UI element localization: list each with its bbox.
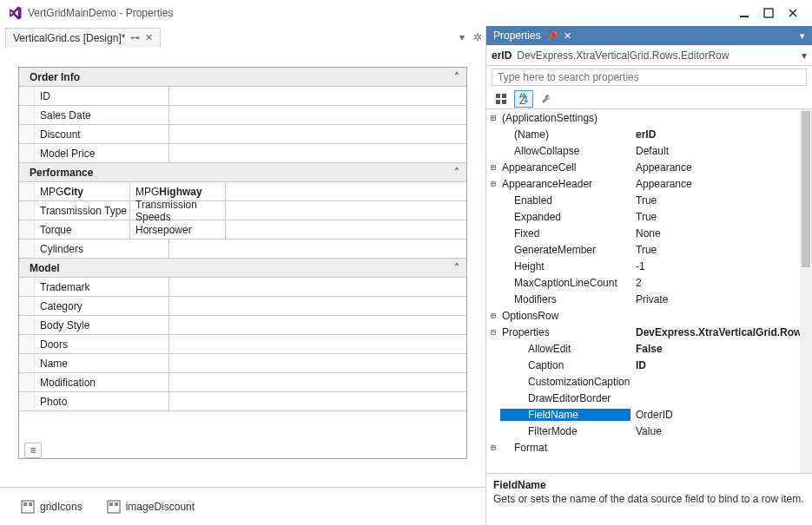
expand-icon[interactable]: ⊞ — [486, 162, 500, 172]
close-button[interactable] — [781, 4, 805, 22]
expand-icon[interactable]: ⊞ — [486, 179, 500, 188]
prop-row[interactable]: ModifiersPrivate — [486, 291, 800, 307]
prop-row[interactable]: (Name)erID — [486, 126, 800, 142]
prop-row[interactable]: ⊞AppearanceCellAppearance — [486, 159, 800, 175]
prop-row[interactable]: FilterModeValue — [486, 423, 800, 439]
image-list-icon — [107, 500, 121, 514]
row-photo[interactable]: Photo — [35, 392, 169, 410]
prop-row[interactable]: MaxCaptionLineCount2 — [486, 274, 800, 291]
svg-rect-1 — [764, 9, 773, 17]
row-trademark[interactable]: Trademark — [35, 278, 169, 296]
row-discount[interactable]: Discount — [35, 125, 169, 143]
row-sales-date[interactable]: Sales Date — [35, 106, 169, 124]
document-tab-strip: VerticalGrid.cs [Design]* ⊶ ✕ ▾ ✲ — [0, 26, 485, 49]
row-doors[interactable]: Doors — [35, 335, 169, 353]
row-name[interactable]: Name — [35, 354, 169, 372]
row-modification[interactable]: Modification — [35, 373, 169, 391]
pin-icon[interactable]: ⊶ — [130, 32, 140, 43]
category-performance[interactable]: Performance˄ — [19, 163, 466, 182]
search-input[interactable] — [492, 69, 807, 86]
properties-pane: Properties 📌 ✕ ▾ erID DevExpress.XtraVer… — [486, 26, 812, 525]
prop-row[interactable]: EnabledTrue — [486, 192, 800, 208]
prop-row[interactable]: DrawEditorBorder — [486, 390, 800, 406]
designer-pane: VerticalGrid.cs [Design]* ⊶ ✕ ▾ ✲ Order … — [0, 26, 486, 525]
database-icon[interactable]: ≡ — [24, 443, 42, 458]
tab-overflow-icon[interactable]: ▾ — [454, 31, 470, 43]
pane-menu-icon[interactable]: ▾ — [800, 30, 805, 42]
description-text: Gets or sets the name of the data source… — [493, 493, 805, 507]
svg-rect-7 — [115, 502, 118, 506]
prop-row[interactable]: GenerateMemberTrue — [486, 241, 800, 258]
image-list-icon — [21, 500, 35, 514]
settings-gear-icon[interactable]: ✲ — [470, 31, 485, 43]
tab-label: VerticalGrid.cs [Design]* — [13, 32, 125, 44]
object-selector[interactable]: erID DevExpress.XtraVerticalGrid.Rows.Ed… — [486, 45, 812, 66]
visual-studio-icon — [7, 5, 23, 21]
selected-object-name: erID — [492, 49, 512, 62]
designer-surface[interactable]: Order Info˄ ID Sales Date Discount Model… — [0, 49, 485, 487]
scrollbar-thumb[interactable] — [802, 111, 810, 267]
close-icon[interactable]: ✕ — [564, 30, 571, 42]
chevron-up-icon[interactable]: ˄ — [454, 71, 459, 83]
prop-row[interactable]: CustomizationCaption — [486, 373, 800, 390]
row-cylinders[interactable]: Cylinders — [35, 240, 169, 258]
chevron-down-icon[interactable]: ▾ — [802, 49, 807, 62]
expand-icon[interactable]: ⊞ — [486, 113, 500, 122]
prop-row[interactable]: ⊟PropertiesDevExpress.XtraVerticalGrid.R… — [486, 324, 800, 340]
row-trans-speeds[interactable]: Transmission Speeds — [130, 201, 226, 220]
row-id[interactable]: ID — [35, 87, 169, 105]
row-model-price[interactable]: Model Price — [35, 144, 169, 162]
svg-rect-11 — [502, 100, 506, 104]
prop-row[interactable]: ⊞AppearanceHeaderAppearance — [486, 175, 800, 192]
properties-toolbar: AZ — [486, 89, 812, 109]
selected-object-type: DevExpress.XtraVerticalGrid.Rows.EditorR… — [517, 49, 796, 62]
prop-row[interactable]: AllowEditFalse — [486, 340, 800, 357]
prop-row[interactable]: Height-1 — [486, 258, 800, 274]
titlebar: VertGridMainDemo - Properties — [0, 0, 812, 26]
categorized-button[interactable] — [492, 90, 511, 108]
prop-row[interactable]: ⊞Format — [486, 439, 800, 456]
row-trans-type[interactable]: Transmission Type — [35, 201, 130, 220]
expand-icon[interactable]: ⊞ — [486, 311, 500, 320]
tab-vertical-grid-design[interactable]: VerticalGrid.cs [Design]* ⊶ ✕ — [5, 28, 161, 47]
row-horsepower[interactable]: Horsepower — [130, 220, 226, 239]
category-order-info[interactable]: Order Info˄ — [19, 68, 466, 87]
minimize-button[interactable] — [732, 4, 756, 22]
property-grid: ⊞(ApplicationSettings) (Name)erID AllowC… — [486, 109, 812, 473]
prop-row[interactable]: ExpandedTrue — [486, 208, 800, 225]
maximize-button[interactable] — [756, 4, 781, 22]
component-grid-icons[interactable]: gridIcons — [21, 500, 83, 514]
svg-rect-3 — [23, 502, 27, 506]
scrollbar[interactable] — [800, 109, 812, 473]
properties-header[interactable]: Properties 📌 ✕ ▾ — [486, 26, 812, 45]
description-title: FieldName — [493, 479, 805, 491]
collapse-icon[interactable]: ⊟ — [486, 327, 500, 337]
properties-title: Properties — [493, 30, 541, 42]
svg-rect-0 — [740, 16, 749, 17]
svg-rect-10 — [496, 100, 500, 104]
property-search — [486, 66, 812, 89]
component-image-discount[interactable]: imageDiscount — [107, 500, 195, 514]
chevron-up-icon[interactable]: ˄ — [454, 167, 459, 179]
svg-rect-6 — [109, 502, 113, 506]
prop-row[interactable]: CaptionID — [486, 357, 800, 373]
pin-icon[interactable]: 📌 — [546, 30, 558, 42]
prop-row-selected[interactable]: FieldNameOrderID — [486, 406, 800, 423]
category-model[interactable]: Model˄ — [19, 259, 466, 278]
close-tab-icon[interactable]: ✕ — [145, 32, 153, 43]
window-title: VertGridMainDemo - Properties — [28, 7, 732, 19]
chevron-up-icon[interactable]: ˄ — [454, 262, 459, 274]
prop-row[interactable]: ⊞(ApplicationSettings) — [486, 109, 800, 126]
alphabetical-button[interactable]: AZ — [514, 90, 533, 108]
row-category[interactable]: Category — [35, 297, 169, 315]
expand-icon[interactable]: ⊞ — [486, 443, 500, 452]
vertical-grid-control[interactable]: Order Info˄ ID Sales Date Discount Model… — [18, 67, 467, 459]
row-body-style[interactable]: Body Style — [35, 316, 169, 334]
prop-row[interactable]: ⊞OptionsRow — [486, 307, 800, 324]
row-mpg-city[interactable]: MPG City — [35, 182, 130, 200]
prop-row[interactable]: AllowCollapseDefault — [486, 142, 800, 159]
row-torque[interactable]: Torque — [35, 220, 130, 239]
property-description: FieldName Gets or sets the name of the d… — [486, 473, 812, 525]
prop-row[interactable]: FixedNone — [486, 225, 800, 241]
wrench-icon[interactable] — [537, 90, 556, 108]
